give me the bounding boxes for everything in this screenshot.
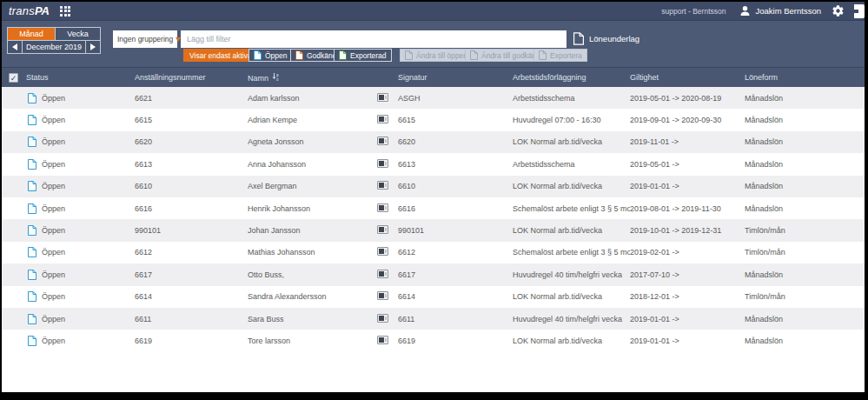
employee-number: 6621 <box>135 94 248 103</box>
open-document-icon <box>254 50 262 60</box>
employee-name: Otto Buss, <box>248 270 377 279</box>
id-card-icon <box>377 137 388 145</box>
topbar: trans PA support - Berntsson Joakim Bern… <box>2 2 865 21</box>
employee-name: Johan Jansson <box>248 226 377 235</box>
week-toggle-button[interactable]: Vecka <box>55 27 101 41</box>
employee-number: 6611 <box>135 315 248 323</box>
open-document-icon <box>28 225 36 236</box>
grouping-select[interactable]: Ingen gruppering <box>113 30 177 48</box>
filter-exported-label: Exporterad <box>350 51 387 60</box>
validity: 2019-10-01 -> 2019-12-31 <box>630 226 745 235</box>
employee-number: 6617 <box>135 270 248 279</box>
schedule: Schemalöst arbete enligt 3 § 5 mom B <box>513 248 630 257</box>
payroll-document-icon <box>573 32 584 45</box>
pay-form: Månadslön <box>745 270 865 279</box>
column-header-validity[interactable]: Giltighet <box>630 73 745 82</box>
user-menu[interactable]: Joakim Berntsson <box>739 5 821 17</box>
table-row[interactable]: Öppen 6614 Sandra Alexandersson 6614 LOK… <box>2 286 865 308</box>
logout-icon[interactable] <box>851 4 865 18</box>
signature: 6619 <box>398 337 513 345</box>
pay-form: Månadslön <box>745 337 865 345</box>
status-label: Öppen <box>42 270 65 279</box>
id-card-icon <box>377 270 388 278</box>
pay-form: Månadslön <box>745 204 865 213</box>
settings-gear-icon[interactable] <box>832 4 845 17</box>
support-label: support - Berntsson <box>661 7 726 16</box>
table-row[interactable]: Öppen 6619 Tore larsson 6619 LOK Normal … <box>2 330 865 351</box>
employee-name: Adrian Kempe <box>248 116 377 124</box>
period-controls: Månad Vecka December 2019 <box>7 27 101 54</box>
table-row[interactable]: Öppen 990101 Johan Jansson 990101 LOK No… <box>2 219 865 241</box>
next-period-button[interactable] <box>85 40 101 54</box>
column-header-name[interactable]: Namnaö <box>248 72 377 83</box>
arrow-left-icon <box>12 43 17 50</box>
validity: 2019-01-01 -> <box>630 182 745 190</box>
filter-exported-button[interactable]: Exporterad <box>334 49 392 62</box>
status-label: Öppen <box>42 94 65 103</box>
table-row[interactable]: Öppen 6615 Adrian Kempe 6615 Huvudregel … <box>2 109 865 130</box>
schedule: Huvudregel 40 tim/helgfri vecka <box>513 315 630 323</box>
validity: 2019-01-01 -> <box>630 337 745 345</box>
status-label: Öppen <box>42 226 65 235</box>
employee-number: 6614 <box>135 292 248 301</box>
id-card-icon <box>377 115 388 123</box>
column-header-schedule[interactable]: Arbetstidsförläggning <box>513 73 630 82</box>
id-card-icon <box>377 181 388 190</box>
app-launcher-icon[interactable] <box>60 6 70 17</box>
filter-open-button[interactable]: Öppen <box>248 49 293 62</box>
id-card-icon <box>377 291 388 300</box>
show-active-button[interactable]: Visar endast aktiva <box>183 49 258 62</box>
table-header: Status Anställningsnummer Namnaö Signatu… <box>2 67 865 87</box>
column-header-pay-form[interactable]: Löneform <box>745 73 865 82</box>
exported-document-icon <box>339 50 347 60</box>
signature: 6611 <box>398 315 513 323</box>
pay-form: Månadslön <box>745 94 865 103</box>
open-document-icon <box>28 137 36 147</box>
document-icon <box>539 50 547 60</box>
table-row[interactable]: Öppen 6612 Mathias Johansson 6612 Schema… <box>2 242 865 263</box>
filter-open-label: Öppen <box>265 51 288 60</box>
sort-icon: aö <box>272 72 279 81</box>
table-row[interactable]: Öppen 6610 Axel Bergman 6610 LOK Normal … <box>2 176 865 197</box>
employee-number: 6610 <box>135 182 248 190</box>
select-all-checkbox[interactable] <box>9 73 18 83</box>
column-header-employee-number[interactable]: Anställningsnummer <box>135 73 248 82</box>
schedule: LOK Normal arb.tid/vecka <box>513 292 630 301</box>
status-label: Öppen <box>42 160 65 169</box>
payroll-button[interactable]: Löneunderlag <box>573 32 639 45</box>
app-frame: trans PA support - Berntsson Joakim Bern… <box>0 0 868 400</box>
table-row[interactable]: Öppen 6611 Sara Buss 6611 Huvudregel 40 … <box>2 308 865 330</box>
current-period-label: December 2019 <box>23 40 85 54</box>
employee-name: Sandra Alexandersson <box>248 292 377 301</box>
table-row[interactable]: Öppen 6616 Henrik Johansson 6616 Schemal… <box>2 197 865 219</box>
employee-number: 6619 <box>135 337 248 345</box>
table-row[interactable]: Öppen 6617 Otto Buss, 6617 Huvudregel 40… <box>2 263 865 285</box>
table-row[interactable]: Öppen 6621 Adam karlsson ASGH Arbetstids… <box>2 87 865 109</box>
pay-form: Månadslön <box>745 137 865 146</box>
export-button[interactable]: Exportera <box>533 49 587 62</box>
open-document-icon <box>28 203 36 214</box>
employee-number: 6620 <box>135 137 248 146</box>
open-document-icon <box>28 159 36 170</box>
pay-form: Timlön/mån <box>745 226 865 235</box>
table-row[interactable]: Öppen 6613 Anna Johansson 6613 Arbetstid… <box>2 153 865 175</box>
column-header-status[interactable]: Status <box>26 73 135 82</box>
change-to-open-label: Ändra till öppen <box>416 51 467 60</box>
table-row[interactable]: Öppen 6620 Agneta Jonsson 6620 LOK Norma… <box>2 131 865 153</box>
id-card-icon <box>377 247 388 256</box>
schedule: Schemalöst arbete enligt 3 § 5 mom A <box>513 204 630 213</box>
signature: 990101 <box>398 226 513 235</box>
table-body: Öppen 6621 Adam karlsson ASGH Arbetstids… <box>2 87 865 392</box>
schedule: Huvudregel 40 tim/helgfri vecka <box>513 270 630 279</box>
previous-period-button[interactable] <box>7 40 23 54</box>
open-document-icon <box>28 270 36 280</box>
status-label: Öppen <box>42 204 65 213</box>
column-header-signature[interactable]: Signatur <box>398 73 513 82</box>
schedule: LOK Normal arb.tid/vecka <box>513 137 630 146</box>
change-to-open-button[interactable]: Ändra till öppen <box>400 49 473 62</box>
filter-input[interactable] <box>181 30 567 48</box>
employee-number: 6616 <box>135 204 248 213</box>
id-card-icon <box>377 314 388 323</box>
month-toggle-button[interactable]: Månad <box>7 27 55 41</box>
signature: 6610 <box>398 182 513 190</box>
